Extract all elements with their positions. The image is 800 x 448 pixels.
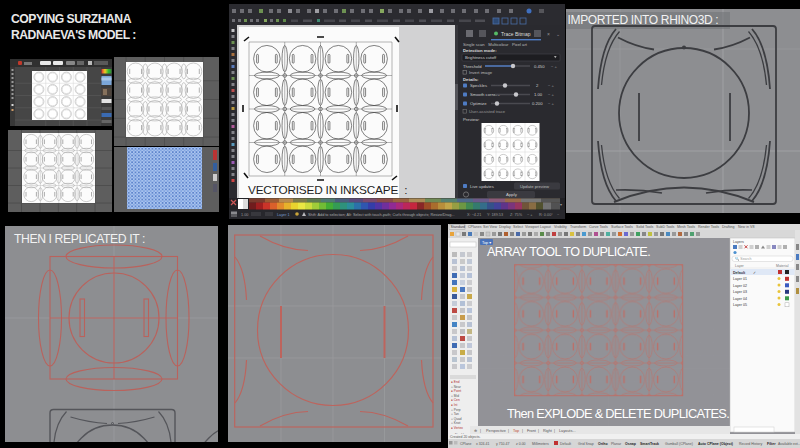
- svg-text:x 324.41: x 324.41: [476, 442, 489, 446]
- svg-text:− +: − +: [548, 101, 555, 106]
- svg-text:Standard: Standard: [451, 225, 466, 229]
- svg-text:Default: Default: [560, 442, 571, 446]
- svg-text:CPlane: CPlane: [460, 442, 472, 446]
- svg-text:ARRAY TOOL TO DUPLICATE.: ARRAY TOOL TO DUPLICATE.: [487, 245, 650, 259]
- svg-text:Ortho: Ortho: [598, 442, 608, 446]
- svg-text:|: |: [480, 429, 481, 433]
- svg-text:Apply: Apply: [506, 192, 518, 197]
- svg-text:|: |: [508, 429, 509, 433]
- svg-text:Viewport Layout: Viewport Layout: [525, 225, 551, 229]
- svg-text:Layers: Layers: [733, 240, 744, 244]
- svg-text:Top: Top: [513, 429, 519, 433]
- svg-text:Select: Select: [513, 225, 523, 229]
- svg-text:▾: ▾: [560, 202, 562, 207]
- svg-text:Threshold: Threshold: [463, 64, 482, 69]
- svg-text:1.00: 1.00: [534, 92, 543, 97]
- svg-text:○ Mid: ○ Mid: [451, 394, 459, 398]
- svg-text:SubD Tools: SubD Tools: [656, 225, 675, 229]
- svg-text:Solid Tools: Solid Tools: [636, 225, 654, 229]
- svg-text:Preview:: Preview:: [463, 117, 479, 122]
- svg-text:|: |: [554, 429, 555, 433]
- svg-text:|: |: [538, 429, 539, 433]
- svg-text:● End: ● End: [451, 380, 460, 384]
- svg-text:Record History: Record History: [739, 442, 762, 446]
- svg-text:New in V8: New in V8: [738, 225, 754, 229]
- svg-text:Auto CPlane (Object): Auto CPlane (Object): [698, 442, 733, 446]
- svg-text:Gumball (CPlane): Gumball (CPlane): [665, 442, 693, 446]
- svg-text:Right: Right: [543, 429, 553, 433]
- svg-text:Live updates: Live updates: [470, 184, 494, 189]
- svg-text:0.200: 0.200: [532, 101, 543, 106]
- svg-text:SmartTrack: SmartTrack: [640, 442, 659, 446]
- svg-text:Invert image: Invert image: [469, 70, 493, 75]
- svg-text:● Vertex: ● Vertex: [451, 426, 463, 430]
- svg-text:Grid Snap: Grid Snap: [578, 442, 594, 446]
- svg-text:Y: 189.53: Y: 189.53: [487, 213, 503, 217]
- svg-text:🔍 Search: 🔍 Search: [735, 256, 751, 261]
- svg-text:○ Near: ○ Near: [451, 385, 462, 389]
- svg-text:y 710.47: y 710.47: [496, 442, 509, 446]
- svg-text:Drafting: Drafting: [722, 225, 735, 229]
- svg-text:Mesh Tools: Mesh Tools: [677, 225, 695, 229]
- svg-text:⌄: ⌄: [556, 31, 560, 37]
- svg-text:1.00: 1.00: [241, 213, 248, 217]
- svg-text:Render Tools: Render Tools: [698, 225, 719, 229]
- svg-text:○ Quad: ○ Quad: [451, 417, 462, 421]
- svg-text:Brightness cutoff: Brightness cutoff: [465, 55, 497, 60]
- svg-text:X: −4.21: X: −4.21: [467, 213, 481, 217]
- svg-text:Layouts...: Layouts...: [559, 429, 575, 433]
- svg-text:Planar: Planar: [611, 442, 622, 446]
- svg-text:×: ×: [547, 31, 550, 37]
- svg-text:THEN I REPLICATED IT :: THEN I REPLICATED IT :: [14, 232, 145, 246]
- svg-text:Single scan Multicolour Pi: Single scan Multicolour Pixel art: [463, 42, 528, 47]
- svg-text:0.450: 0.450: [534, 64, 545, 69]
- svg-text:Layer 1: Layer 1: [277, 213, 290, 217]
- svg-text:Update preview: Update preview: [520, 184, 550, 189]
- svg-text:Trace Bitmap: Trace Bitmap: [501, 31, 531, 37]
- svg-text:Default: Default: [733, 271, 746, 275]
- svg-text:− +: − +: [551, 64, 558, 69]
- svg-text:Filter: Filter: [767, 442, 776, 446]
- svg-text:Created 20 objects.: Created 20 objects.: [450, 435, 480, 439]
- svg-text:R: 0.00°: R: 0.00°: [539, 213, 553, 217]
- svg-text:Layer 02: Layer 02: [733, 284, 747, 288]
- svg-text:|: |: [522, 429, 523, 433]
- svg-text:Layer 04: Layer 04: [733, 297, 747, 301]
- svg-text:Curve Tools: Curve Tools: [589, 225, 608, 229]
- svg-text:− +: − +: [527, 213, 533, 217]
- svg-text:CPlanes: CPlanes: [468, 225, 482, 229]
- svg-text:VECTORISED IN INKSCAPE :: VECTORISED IN INKSCAPE :: [248, 183, 407, 197]
- svg-text:Perspective: Perspective: [486, 429, 506, 433]
- svg-text:User-assisted trace: User-assisted trace: [469, 109, 506, 114]
- svg-text:Details:: Details:: [463, 77, 479, 82]
- svg-text:Layer 05: Layer 05: [733, 303, 747, 307]
- svg-text:IMPORTED INTO RHINO3D :: IMPORTED INTO RHINO3D :: [568, 13, 719, 27]
- svg-text:○ Perp: ○ Perp: [451, 408, 461, 412]
- svg-text:− +: − +: [548, 92, 555, 97]
- svg-text:Optimize: Optimize: [470, 101, 487, 106]
- svg-text:Transform: Transform: [570, 225, 586, 229]
- svg-text:● Point: ● Point: [451, 389, 461, 393]
- svg-text:Layer: Layer: [735, 264, 745, 268]
- svg-text:✓: ✓: [753, 271, 756, 275]
- svg-text:Millimeters: Millimeters: [532, 442, 549, 446]
- svg-text:Available ext...: Available ext...: [778, 442, 800, 446]
- svg-text:⊕: ⊕: [474, 429, 477, 433]
- svg-text:Set View: Set View: [483, 225, 498, 229]
- svg-text:Display: Display: [499, 225, 511, 229]
- svg-text:Z: 75%: Z: 75%: [510, 213, 523, 217]
- svg-text:Shift: Add to selection; Alt:: Shift: Add to selection; Alt: Select wit…: [308, 213, 454, 217]
- svg-text:○ Knot: ○ Knot: [451, 421, 460, 425]
- svg-text:● Cen: ● Cen: [451, 398, 460, 402]
- svg-text:Osnap: Osnap: [625, 442, 636, 446]
- svg-text:Then EXPLODE & DELETE DUPLICAT: Then EXPLODE & DELETE DUPLICATES.: [507, 406, 729, 421]
- svg-text:Material: Material: [776, 264, 789, 268]
- svg-text:− +: − +: [548, 83, 555, 88]
- svg-text:Detection mode:: Detection mode:: [463, 48, 497, 53]
- svg-text:Layer 01: Layer 01: [733, 277, 747, 281]
- svg-text:○ Tan: ○ Tan: [451, 412, 459, 416]
- svg-text:● Int: ● Int: [451, 403, 457, 407]
- svg-text:Surface Tools: Surface Tools: [611, 225, 633, 229]
- svg-text:z 0.00: z 0.00: [516, 442, 526, 446]
- svg-text:Visibility: Visibility: [554, 225, 567, 229]
